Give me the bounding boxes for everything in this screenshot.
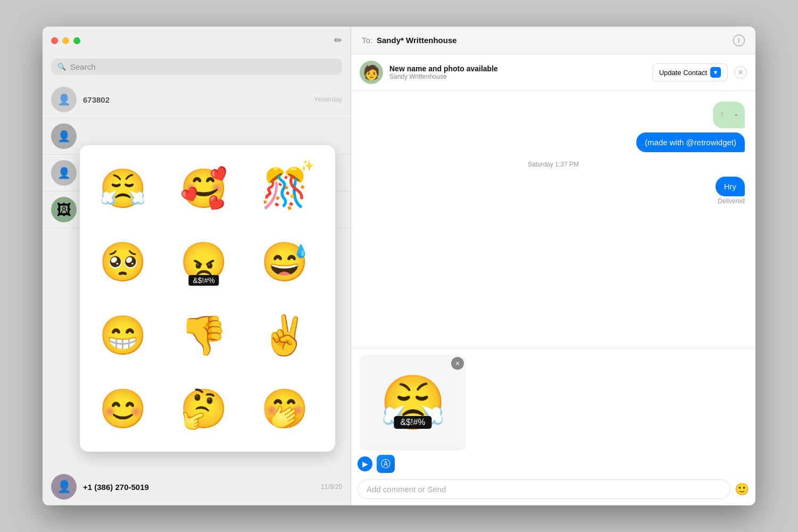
info-icon: i <box>738 36 740 44</box>
close-button[interactable] <box>51 37 58 44</box>
messages-area: T ▪ (made with @retrowidget) Saturday 1:… <box>351 91 755 348</box>
update-contact-label: Update Contact <box>659 69 707 77</box>
list-item[interactable]: 👤 673802 Yesterday <box>43 81 351 118</box>
message-bubble: Hry Delivered <box>716 177 745 205</box>
contact-name: Sandy* Writtenhouse <box>377 36 457 45</box>
sticker-item[interactable]: ✌️ <box>250 301 319 370</box>
input-area: 😤 &$!#% × ▶ Ⓐ Add comment or Send 🙂 <box>351 348 755 505</box>
message-bubble: T ▪ <box>713 102 745 128</box>
banner-avatar: 🧑 <box>360 61 383 84</box>
conv-info: 673802 <box>83 95 307 104</box>
sticker-label: &$!#% <box>394 416 431 429</box>
banner-title: New name and photo available <box>389 64 646 73</box>
sticker-item[interactable]: 😠 &$!#% <box>169 227 238 296</box>
input-placeholder: Add comment or Send <box>367 485 446 494</box>
app-store-symbol: Ⓐ <box>381 458 390 470</box>
app-store-icon[interactable]: Ⓐ <box>377 455 395 473</box>
left-panel: ✏ 🔍 Search 👤 673802 Yesterday 👤 👤 <box>43 27 351 505</box>
sticker-preview-area: 😤 &$!#% × <box>351 348 755 453</box>
sticker-item[interactable]: 🥰 <box>169 154 238 223</box>
avatar: 👤 <box>51 474 77 500</box>
search-bar[interactable]: 🔍 Search <box>51 59 342 75</box>
send-button[interactable]: ▶ <box>358 456 372 471</box>
sticker-popup: 😤 🥰 🎊 ✨ 🥺 😠 &$!#% 😅 😁 👎 <box>80 145 335 452</box>
sticker-item[interactable]: 🤭 <box>250 374 319 443</box>
avatar: 🖼 <box>51 197 77 222</box>
app-window: ✏ 🔍 Search 👤 673802 Yesterday 👤 👤 <box>43 27 755 505</box>
update-contact-button[interactable]: Update Contact ▼ <box>652 63 728 81</box>
avatar: 👤 <box>51 123 77 149</box>
conv-time: Yesterday <box>314 96 342 103</box>
emoji-button[interactable]: 🙂 <box>735 483 749 496</box>
sticker-item[interactable]: 😊 <box>88 374 157 443</box>
message-timestamp: Saturday 1:37 PM <box>362 161 745 168</box>
compose-button[interactable]: ✏ <box>334 35 342 46</box>
sticker-item[interactable]: 🤔 <box>169 374 238 443</box>
search-input[interactable]: Search <box>70 62 96 71</box>
close-icon: × <box>738 67 744 78</box>
contact-banner: 🧑 New name and photo available Sandy Wri… <box>351 54 755 91</box>
sticker-item[interactable]: 🥺 <box>88 227 157 296</box>
info-button[interactable]: i <box>733 35 745 46</box>
banner-subtitle: Sandy Writtenhouse <box>389 73 646 80</box>
update-contact-arrow: ▼ <box>710 67 721 78</box>
conv-info: +1 (386) 270-5019 <box>83 483 314 492</box>
avatar: 👤 <box>51 160 77 186</box>
banner-text: New name and photo available Sandy Writt… <box>389 64 646 80</box>
message-content: T ▪ <box>713 102 745 128</box>
sticker-item[interactable]: 🎊 ✨ <box>250 154 319 223</box>
conversation-list: 👤 673802 Yesterday 👤 👤 🖼 <box>43 81 351 469</box>
right-titlebar: To: Sandy* Writtenhouse i <box>351 27 755 54</box>
delivered-status: Delivered <box>716 197 745 205</box>
right-panel: To: Sandy* Writtenhouse i 🧑 New name and… <box>351 27 755 505</box>
sticker-item[interactable]: 😅 <box>250 227 319 296</box>
sticker-item[interactable]: 😁 <box>88 301 157 370</box>
titlebar: ✏ <box>43 27 351 54</box>
conv-time: 11/9/20 <box>321 483 342 491</box>
sticker-close-button[interactable]: × <box>451 357 464 370</box>
message-content: (made with @retrowidget) <box>636 132 745 152</box>
input-row: Add comment or Send 🙂 <box>351 475 755 505</box>
sticker-preview-image: 😤 &$!#% <box>380 371 446 434</box>
sticker-item[interactable]: 😤 <box>88 154 157 223</box>
bottom-conversation[interactable]: 👤 +1 (386) 270-5019 11/9/20 <box>43 469 351 505</box>
conv-name: +1 (386) 270-5019 <box>83 483 314 492</box>
maximize-button[interactable] <box>73 37 80 44</box>
minimize-button[interactable] <box>62 37 69 44</box>
avatar: 👤 <box>51 87 77 112</box>
message-input[interactable]: Add comment or Send <box>358 479 730 499</box>
conv-name: 673802 <box>83 95 307 104</box>
close-banner-button[interactable]: × <box>734 66 747 79</box>
search-icon: 🔍 <box>57 63 66 71</box>
message-content: Hry <box>716 177 745 196</box>
sticker-grid: 😤 🥰 🎊 ✨ 🥺 😠 &$!#% 😅 😁 👎 <box>88 154 327 443</box>
sticker-item[interactable]: 👎 <box>169 301 238 370</box>
message-bubble: (made with @retrowidget) <box>636 132 745 152</box>
to-label: To: <box>362 36 372 45</box>
